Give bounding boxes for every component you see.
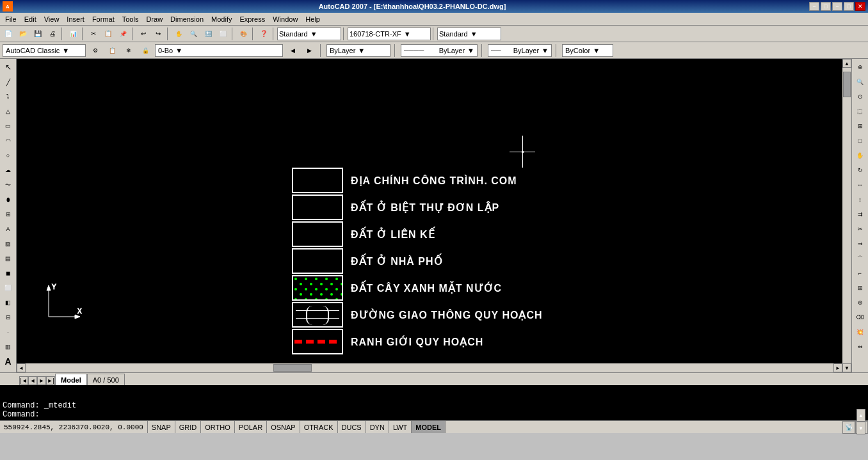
menu-tools[interactable]: Tools [118,14,143,24]
text-label-btn[interactable]: A [1,354,15,369]
revision-btn[interactable]: ☁ [1,163,15,177]
lineweight-dropdown[interactable]: ── ByLayer ▼ [488,44,552,57]
tab-nav-prev[interactable]: ◄ [28,376,37,385]
menu-help[interactable]: Help [301,14,324,24]
zoom-dyn-btn[interactable]: ⬚ [853,104,867,118]
select-btn[interactable]: ↖ [1,60,15,74]
arc-btn[interactable]: ◠ [1,134,15,148]
wipeout-btn[interactable]: ⬜ [1,281,15,295]
array-btn[interactable]: ⊞ [853,281,867,295]
redo-btn[interactable]: ↪ [151,27,165,41]
rotate-btn[interactable]: ↻ [853,163,867,177]
zoom-win2-btn[interactable]: □ [853,134,867,148]
layer-dropdown[interactable]: 0-Bo ▼ [155,44,283,57]
osnap-btn[interactable]: OSNAP [267,421,300,433]
scroll-right-btn[interactable]: ► [833,363,842,372]
lwt-btn[interactable]: LWT [389,421,412,433]
mtext-btn[interactable]: A [1,222,15,236]
copy2-btn[interactable]: ⊕ [853,296,867,310]
paste-btn[interactable]: 📌 [116,27,130,41]
hatch-btn[interactable]: ▨ [1,237,15,251]
stretch-btn[interactable]: ⇔ [853,340,867,354]
match-prop-btn[interactable]: 🎨 [236,27,250,41]
print-btn[interactable]: 🖨 [45,27,60,41]
rect-btn[interactable]: ▭ [1,119,15,133]
lock-btn[interactable]: 🔒 [138,44,152,58]
plot-btn[interactable]: 📊 [66,27,80,41]
undo-btn[interactable]: ↩ [136,27,150,41]
help-btn[interactable]: ❓ [257,27,271,41]
app-maximize-btn[interactable]: □ [821,2,831,11]
obj-snap-btn[interactable]: ⊕ [853,60,867,74]
minimize-btn[interactable]: − [832,2,842,11]
tab-model[interactable]: Model [55,374,87,385]
dyn-btn[interactable]: DYN [366,421,389,433]
zoom-all-btn[interactable]: 🔍 [853,75,867,89]
menu-draw[interactable]: Draw [142,14,166,24]
zoom-win-btn[interactable]: ⬜ [216,27,230,41]
gradient-btn[interactable]: ▤ [1,251,15,266]
menu-modify[interactable]: Modify [207,14,236,24]
cut-btn[interactable]: ✂ [86,27,100,41]
menu-file[interactable]: File [1,14,20,24]
pan2-btn[interactable]: ✋ [853,148,867,163]
close-btn[interactable]: ✕ [855,2,865,11]
tab-nav-next[interactable]: ► [37,376,46,385]
scroll-down-btn[interactable]: ▼ [842,363,851,372]
model-btn[interactable]: MODEL [412,421,446,433]
menu-window[interactable]: Window [269,14,301,24]
offset-btn[interactable]: ⇉ [853,207,867,221]
drawing-canvas[interactable]: ĐỊA CHÍNH CÔNG TRÌNH. COM ĐẤT Ở BIỆT THỰ… [17,59,851,372]
layer-prev-btn[interactable]: ◀ [285,44,300,58]
zoom-ext-btn[interactable]: ⊞ [853,119,867,133]
v-scroll-thumb[interactable] [843,72,851,97]
insert-btn[interactable]: ⊞ [1,207,15,221]
save-btn[interactable]: 💾 [31,27,45,41]
scroll-up-btn[interactable]: ▲ [842,59,851,68]
h-scroll-thumb[interactable] [273,364,312,372]
workspace-dropdown[interactable]: AutoCAD Classic ▼ [3,44,86,57]
polygon-btn[interactable]: △ [1,104,15,118]
otrack-btn[interactable]: OTRACK [300,421,338,433]
trim-btn[interactable]: ✂ [853,222,867,236]
ducs-btn[interactable]: DUCS [338,421,366,433]
restore-btn[interactable]: □ [844,2,854,11]
line-btn[interactable]: ╱ [1,75,15,89]
plotstyle-dropdown[interactable]: ByColor ▼ [562,44,613,57]
point-btn[interactable]: · [1,325,15,339]
erase-btn[interactable]: ⌫ [853,310,867,324]
vertical-scrollbar[interactable]: ▲ ▼ [842,59,851,372]
dim-style-dropdown[interactable]: 160718-CTR-XF ▼ [348,28,431,40]
snap-btn[interactable]: SNAP [148,421,175,433]
extend-btn[interactable]: ⇒ [853,237,867,251]
comm-center-btn[interactable]: 📡 [842,421,855,434]
copy-btn[interactable]: 📋 [101,27,115,41]
layer-icon[interactable]: 📋 [105,44,119,58]
menu-insert[interactable]: Insert [63,14,88,24]
grid-btn[interactable]: GRID [175,421,202,433]
layer-manager-btn[interactable]: ⚙ [88,44,102,58]
chamfer-btn[interactable]: ⌐ [853,266,867,280]
command-scroll-dn-btn[interactable]: ▼ [856,422,865,434]
mirror-btn[interactable]: ↔ [853,178,867,192]
layer-next-btn[interactable]: ▶ [302,44,316,58]
menu-format[interactable]: Format [88,14,118,24]
ortho-btn[interactable]: ORTHO [201,421,235,433]
command-scroll-btn[interactable]: ▲ [856,409,865,422]
3d-btn[interactable]: ◧ [1,296,15,310]
zoom-prev-btn[interactable]: 🔙 [201,27,215,41]
tab-nav-first[interactable]: |◄ [19,376,28,385]
color-dropdown[interactable]: ByLayer ▼ [326,44,390,57]
tab-nav-last[interactable]: ►| [46,376,55,385]
pline-btn[interactable]: ⤵ [1,90,15,104]
spline-btn[interactable]: 〜 [1,178,15,192]
freeze-btn[interactable]: ❄ [122,44,136,58]
app-minimize-btn[interactable]: − [809,2,819,11]
fillet-btn[interactable]: ⌒ [853,251,867,266]
region-btn[interactable]: ◼ [1,266,15,280]
menu-dimension[interactable]: Dimension [166,14,207,24]
tab-layout1[interactable]: A0 / 500 [87,374,125,385]
ellipse-btn[interactable]: ⬮ [1,193,15,207]
menu-edit[interactable]: Edit [20,14,40,24]
scroll-left-btn[interactable]: ◄ [17,363,26,372]
